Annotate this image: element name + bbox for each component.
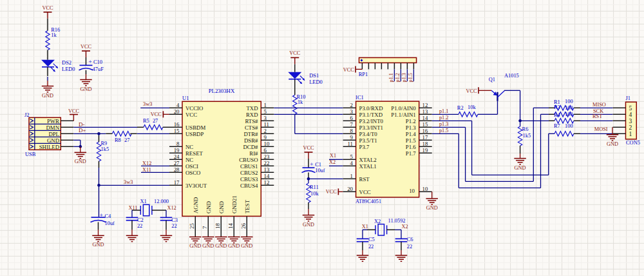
- svg-text:11: 11: [264, 121, 269, 128]
- svg-text:VCCIO: VCCIO: [185, 105, 203, 112]
- svg-text:TXD: TXD: [246, 105, 258, 112]
- svg-text:CBUS4: CBUS4: [240, 182, 258, 189]
- svg-text:Q1: Q1: [489, 77, 495, 83]
- svg-text:X12: X12: [167, 205, 176, 211]
- svg-text:C2: C2: [137, 217, 144, 223]
- svg-text:RTS#: RTS#: [245, 118, 258, 124]
- svg-text:1k: 1k: [51, 32, 57, 38]
- svg-text:10: 10: [409, 188, 415, 194]
- svg-text:p1.1: p1.1: [388, 73, 394, 83]
- svg-text:+: +: [310, 161, 314, 168]
- svg-text:X12: X12: [142, 161, 151, 166]
- svg-text:5: 5: [264, 108, 267, 115]
- svg-text:6: 6: [350, 115, 354, 121]
- svg-text:12: 12: [264, 179, 270, 186]
- svg-text:GND: GND: [205, 201, 212, 213]
- svg-text:VCC: VCC: [80, 44, 92, 50]
- svg-text:16: 16: [422, 128, 428, 134]
- svg-text:VCC: VCC: [303, 145, 314, 151]
- svg-text:15: 15: [174, 128, 180, 134]
- svg-text:2: 2: [350, 102, 353, 108]
- svg-text:27: 27: [124, 137, 129, 143]
- svg-text:13: 13: [264, 166, 270, 173]
- svg-text:X1: X1: [330, 153, 336, 159]
- svg-text:X11: X11: [142, 167, 151, 173]
- svg-text:RST: RST: [592, 113, 602, 119]
- svg-text:AGND: AGND: [193, 197, 199, 213]
- svg-text:12.000: 12.000: [154, 199, 169, 204]
- svg-text:P3.4/T0: P3.4/T0: [359, 131, 378, 137]
- svg-text:X2: X2: [329, 159, 336, 165]
- svg-text:22: 22: [407, 244, 412, 250]
- svg-text:TEST: TEST: [244, 199, 251, 213]
- svg-text:P3.2/INT0: P3.2/INT0: [359, 118, 384, 124]
- svg-text:10: 10: [264, 141, 270, 147]
- svg-text:7: 7: [350, 121, 354, 128]
- svg-text:p1.5: p1.5: [439, 128, 449, 133]
- svg-text:20: 20: [174, 108, 180, 115]
- svg-text:USB: USB: [25, 152, 36, 157]
- svg-text:p1.3: p1.3: [401, 73, 407, 83]
- svg-text:CTS#: CTS#: [245, 124, 258, 131]
- svg-text:SCK: SCK: [593, 108, 603, 114]
- svg-text:11.0592: 11.0592: [388, 218, 406, 224]
- svg-text:7: 7: [202, 226, 208, 229]
- svg-text:RXD: RXD: [246, 112, 258, 118]
- svg-text:GND: GND: [228, 243, 240, 249]
- svg-text:27: 27: [174, 160, 180, 166]
- svg-text:XTAL2: XTAL2: [359, 157, 377, 163]
- svg-text:P3.0/RXD: P3.0/RXD: [359, 105, 383, 112]
- svg-text:J1: J1: [626, 95, 630, 101]
- svg-text:10uf: 10uf: [315, 168, 325, 173]
- svg-text:GND: GND: [215, 243, 227, 249]
- svg-text:26: 26: [240, 223, 247, 229]
- svg-text:GND: GND: [189, 243, 201, 249]
- svg-text:p1.5: p1.5: [408, 73, 413, 83]
- svg-text:1k: 1k: [298, 99, 303, 105]
- svg-text:3: 3: [350, 108, 354, 115]
- svg-text:DMN: DMN: [46, 124, 59, 131]
- svg-text:DSR#: DSR#: [244, 137, 258, 144]
- svg-text:IC1: IC1: [355, 95, 364, 101]
- svg-text:VCC: VCC: [343, 67, 355, 73]
- svg-text:GND: GND: [607, 141, 618, 147]
- svg-text:9: 9: [350, 134, 354, 141]
- svg-text:1k5: 1k5: [101, 146, 109, 152]
- svg-text:6: 6: [264, 147, 267, 153]
- svg-text:RI#: RI#: [249, 150, 258, 157]
- svg-text:C5: C5: [368, 237, 375, 242]
- svg-text:VCC: VCC: [42, 5, 53, 11]
- svg-text:22: 22: [264, 160, 270, 166]
- svg-text:10: 10: [422, 186, 428, 192]
- svg-text:R4: R4: [554, 112, 561, 118]
- svg-text:3: 3: [264, 115, 267, 121]
- svg-text:100: 100: [565, 112, 573, 117]
- svg-text:X2: X2: [402, 224, 408, 230]
- svg-text:LED0: LED0: [309, 79, 322, 85]
- svg-text:GND21: GND21: [231, 195, 238, 213]
- svg-text:25: 25: [189, 223, 195, 229]
- svg-text:LED0: LED0: [62, 66, 75, 72]
- svg-text:CBUS2: CBUS2: [240, 170, 258, 176]
- svg-text:3w3: 3w3: [143, 101, 152, 107]
- svg-text:p1.2: p1.2: [395, 73, 401, 83]
- svg-text:DPL: DPL: [48, 131, 59, 137]
- svg-text:J2: J2: [24, 112, 29, 118]
- svg-text:10k: 10k: [310, 191, 319, 197]
- svg-text:VCC: VCC: [68, 108, 80, 114]
- svg-text:P1.7: P1.7: [406, 150, 416, 157]
- svg-text:10uf: 10uf: [105, 221, 115, 226]
- svg-text:P1.3: P1.3: [406, 124, 416, 131]
- svg-text:X1: X1: [140, 199, 146, 204]
- svg-text:GND: GND: [303, 222, 314, 228]
- svg-text:3w3: 3w3: [124, 179, 133, 185]
- svg-text:PL2303HX: PL2303HX: [209, 88, 235, 94]
- svg-text:GND: GND: [515, 165, 526, 171]
- svg-text:22: 22: [368, 244, 374, 250]
- svg-text:P1.1/AIN1: P1.1/AIN1: [391, 112, 415, 118]
- svg-text:14: 14: [227, 223, 234, 229]
- svg-text:VCC: VCC: [289, 50, 301, 56]
- svg-text:VCC: VCC: [359, 189, 371, 195]
- svg-text:17: 17: [174, 179, 180, 186]
- svg-text:5: 5: [350, 153, 354, 160]
